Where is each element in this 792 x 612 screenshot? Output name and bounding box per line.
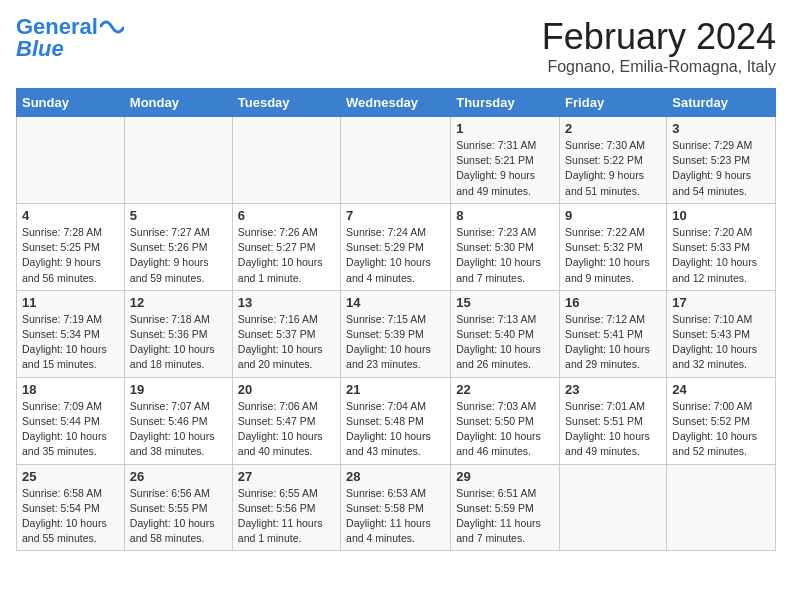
day-info: Sunrise: 6:58 AM Sunset: 5:54 PM Dayligh… xyxy=(22,486,119,547)
day-number: 20 xyxy=(238,382,335,397)
day-number: 19 xyxy=(130,382,227,397)
day-info: Sunrise: 6:53 AM Sunset: 5:58 PM Dayligh… xyxy=(346,486,445,547)
month-title: February 2024 xyxy=(542,16,776,58)
calendar-cell: 3Sunrise: 7:29 AM Sunset: 5:23 PM Daylig… xyxy=(667,117,776,204)
day-info: Sunrise: 7:01 AM Sunset: 5:51 PM Dayligh… xyxy=(565,399,661,460)
day-number: 15 xyxy=(456,295,554,310)
day-number: 25 xyxy=(22,469,119,484)
calendar-cell xyxy=(17,117,125,204)
day-number: 21 xyxy=(346,382,445,397)
day-number: 23 xyxy=(565,382,661,397)
day-number: 6 xyxy=(238,208,335,223)
logo-wave-icon xyxy=(100,17,124,37)
calendar-cell: 19Sunrise: 7:07 AM Sunset: 5:46 PM Dayli… xyxy=(124,377,232,464)
calendar-header-row: SundayMondayTuesdayWednesdayThursdayFrid… xyxy=(17,89,776,117)
day-number: 29 xyxy=(456,469,554,484)
day-number: 27 xyxy=(238,469,335,484)
day-info: Sunrise: 7:18 AM Sunset: 5:36 PM Dayligh… xyxy=(130,312,227,373)
day-number: 12 xyxy=(130,295,227,310)
header-cell-wednesday: Wednesday xyxy=(341,89,451,117)
day-info: Sunrise: 7:31 AM Sunset: 5:21 PM Dayligh… xyxy=(456,138,554,199)
calendar-cell: 24Sunrise: 7:00 AM Sunset: 5:52 PM Dayli… xyxy=(667,377,776,464)
day-info: Sunrise: 7:04 AM Sunset: 5:48 PM Dayligh… xyxy=(346,399,445,460)
title-area: February 2024 Fognano, Emilia-Romagna, I… xyxy=(542,16,776,76)
calendar-week-row: 4Sunrise: 7:28 AM Sunset: 5:25 PM Daylig… xyxy=(17,203,776,290)
header-cell-sunday: Sunday xyxy=(17,89,125,117)
logo-blue-text: Blue xyxy=(16,38,64,60)
day-number: 14 xyxy=(346,295,445,310)
header-cell-saturday: Saturday xyxy=(667,89,776,117)
day-info: Sunrise: 7:12 AM Sunset: 5:41 PM Dayligh… xyxy=(565,312,661,373)
day-info: Sunrise: 7:24 AM Sunset: 5:29 PM Dayligh… xyxy=(346,225,445,286)
day-info: Sunrise: 7:10 AM Sunset: 5:43 PM Dayligh… xyxy=(672,312,770,373)
calendar-week-row: 18Sunrise: 7:09 AM Sunset: 5:44 PM Dayli… xyxy=(17,377,776,464)
calendar-cell: 2Sunrise: 7:30 AM Sunset: 5:22 PM Daylig… xyxy=(560,117,667,204)
calendar-week-row: 11Sunrise: 7:19 AM Sunset: 5:34 PM Dayli… xyxy=(17,290,776,377)
day-number: 9 xyxy=(565,208,661,223)
day-info: Sunrise: 7:15 AM Sunset: 5:39 PM Dayligh… xyxy=(346,312,445,373)
day-info: Sunrise: 7:30 AM Sunset: 5:22 PM Dayligh… xyxy=(565,138,661,199)
day-number: 24 xyxy=(672,382,770,397)
calendar-cell xyxy=(124,117,232,204)
header-cell-monday: Monday xyxy=(124,89,232,117)
day-info: Sunrise: 6:55 AM Sunset: 5:56 PM Dayligh… xyxy=(238,486,335,547)
calendar-cell: 23Sunrise: 7:01 AM Sunset: 5:51 PM Dayli… xyxy=(560,377,667,464)
calendar-cell: 27Sunrise: 6:55 AM Sunset: 5:56 PM Dayli… xyxy=(232,464,340,551)
logo-text: General xyxy=(16,16,98,38)
day-info: Sunrise: 7:27 AM Sunset: 5:26 PM Dayligh… xyxy=(130,225,227,286)
calendar-cell: 9Sunrise: 7:22 AM Sunset: 5:32 PM Daylig… xyxy=(560,203,667,290)
day-info: Sunrise: 7:16 AM Sunset: 5:37 PM Dayligh… xyxy=(238,312,335,373)
day-info: Sunrise: 7:19 AM Sunset: 5:34 PM Dayligh… xyxy=(22,312,119,373)
calendar-table: SundayMondayTuesdayWednesdayThursdayFrid… xyxy=(16,88,776,551)
logo: General Blue xyxy=(16,16,124,60)
calendar-cell: 5Sunrise: 7:27 AM Sunset: 5:26 PM Daylig… xyxy=(124,203,232,290)
day-info: Sunrise: 7:29 AM Sunset: 5:23 PM Dayligh… xyxy=(672,138,770,199)
day-info: Sunrise: 7:09 AM Sunset: 5:44 PM Dayligh… xyxy=(22,399,119,460)
day-info: Sunrise: 7:23 AM Sunset: 5:30 PM Dayligh… xyxy=(456,225,554,286)
day-info: Sunrise: 7:28 AM Sunset: 5:25 PM Dayligh… xyxy=(22,225,119,286)
day-number: 22 xyxy=(456,382,554,397)
day-info: Sunrise: 7:22 AM Sunset: 5:32 PM Dayligh… xyxy=(565,225,661,286)
day-number: 3 xyxy=(672,121,770,136)
calendar-cell xyxy=(232,117,340,204)
calendar-week-row: 1Sunrise: 7:31 AM Sunset: 5:21 PM Daylig… xyxy=(17,117,776,204)
calendar-cell: 4Sunrise: 7:28 AM Sunset: 5:25 PM Daylig… xyxy=(17,203,125,290)
day-number: 10 xyxy=(672,208,770,223)
calendar-cell: 25Sunrise: 6:58 AM Sunset: 5:54 PM Dayli… xyxy=(17,464,125,551)
calendar-cell: 17Sunrise: 7:10 AM Sunset: 5:43 PM Dayli… xyxy=(667,290,776,377)
calendar-cell: 1Sunrise: 7:31 AM Sunset: 5:21 PM Daylig… xyxy=(451,117,560,204)
day-number: 8 xyxy=(456,208,554,223)
day-number: 18 xyxy=(22,382,119,397)
header-cell-friday: Friday xyxy=(560,89,667,117)
calendar-cell xyxy=(667,464,776,551)
day-info: Sunrise: 7:20 AM Sunset: 5:33 PM Dayligh… xyxy=(672,225,770,286)
calendar-cell: 22Sunrise: 7:03 AM Sunset: 5:50 PM Dayli… xyxy=(451,377,560,464)
calendar-cell: 14Sunrise: 7:15 AM Sunset: 5:39 PM Dayli… xyxy=(341,290,451,377)
day-info: Sunrise: 7:03 AM Sunset: 5:50 PM Dayligh… xyxy=(456,399,554,460)
day-number: 7 xyxy=(346,208,445,223)
day-number: 2 xyxy=(565,121,661,136)
day-number: 11 xyxy=(22,295,119,310)
calendar-week-row: 25Sunrise: 6:58 AM Sunset: 5:54 PM Dayli… xyxy=(17,464,776,551)
calendar-cell: 11Sunrise: 7:19 AM Sunset: 5:34 PM Dayli… xyxy=(17,290,125,377)
calendar-cell xyxy=(341,117,451,204)
day-number: 28 xyxy=(346,469,445,484)
calendar-cell: 20Sunrise: 7:06 AM Sunset: 5:47 PM Dayli… xyxy=(232,377,340,464)
calendar-cell: 16Sunrise: 7:12 AM Sunset: 5:41 PM Dayli… xyxy=(560,290,667,377)
calendar-cell: 13Sunrise: 7:16 AM Sunset: 5:37 PM Dayli… xyxy=(232,290,340,377)
day-number: 17 xyxy=(672,295,770,310)
header-cell-thursday: Thursday xyxy=(451,89,560,117)
calendar-cell: 26Sunrise: 6:56 AM Sunset: 5:55 PM Dayli… xyxy=(124,464,232,551)
header: General Blue February 2024 Fognano, Emil… xyxy=(16,16,776,76)
day-info: Sunrise: 7:06 AM Sunset: 5:47 PM Dayligh… xyxy=(238,399,335,460)
header-cell-tuesday: Tuesday xyxy=(232,89,340,117)
day-info: Sunrise: 6:56 AM Sunset: 5:55 PM Dayligh… xyxy=(130,486,227,547)
calendar-cell xyxy=(560,464,667,551)
calendar-cell: 7Sunrise: 7:24 AM Sunset: 5:29 PM Daylig… xyxy=(341,203,451,290)
location-title: Fognano, Emilia-Romagna, Italy xyxy=(542,58,776,76)
day-info: Sunrise: 7:26 AM Sunset: 5:27 PM Dayligh… xyxy=(238,225,335,286)
day-info: Sunrise: 7:00 AM Sunset: 5:52 PM Dayligh… xyxy=(672,399,770,460)
calendar-cell: 29Sunrise: 6:51 AM Sunset: 5:59 PM Dayli… xyxy=(451,464,560,551)
day-number: 13 xyxy=(238,295,335,310)
day-number: 5 xyxy=(130,208,227,223)
